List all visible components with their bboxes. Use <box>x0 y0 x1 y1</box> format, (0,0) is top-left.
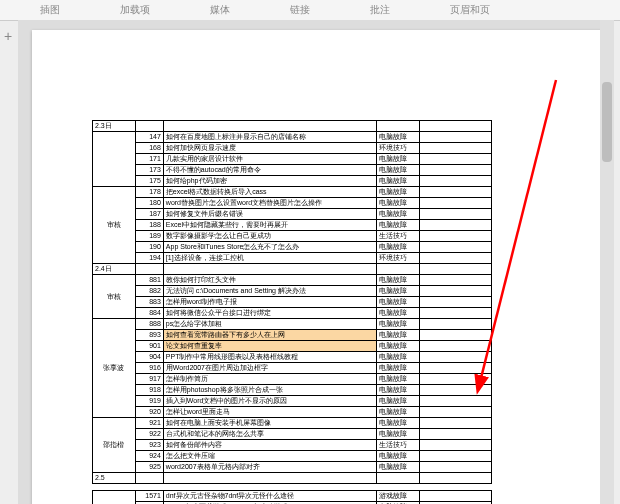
tab-item[interactable]: 页眉和页 <box>450 3 490 17</box>
top-tabs: 插图 加载项 媒体 链接 批注 页眉和页 <box>0 0 620 21</box>
annotation-arrow-icon <box>18 20 614 21</box>
tab-item[interactable]: 链接 <box>290 3 310 17</box>
tab-item[interactable]: 批注 <box>370 3 390 17</box>
tab-item[interactable]: 媒体 <box>210 3 230 17</box>
tab-item[interactable]: 插图 <box>40 3 60 17</box>
document-area: 2.3日147如何在百度地图上标注并显示自己的店铺名称电脑故障168如何加快网页… <box>18 20 614 21</box>
tab-item[interactable]: 加载项 <box>120 3 150 17</box>
vertical-scrollbar[interactable] <box>600 20 614 21</box>
